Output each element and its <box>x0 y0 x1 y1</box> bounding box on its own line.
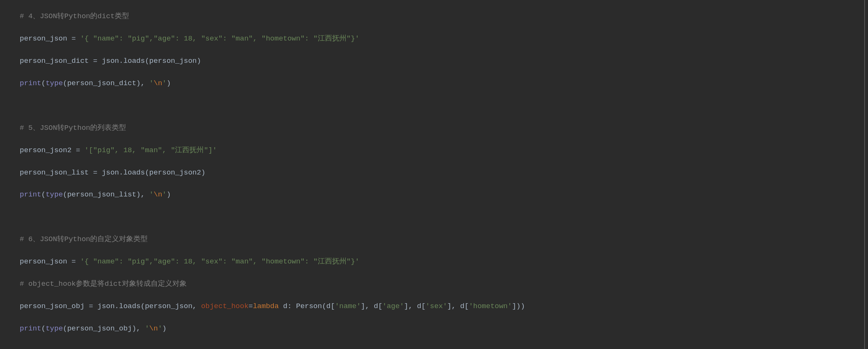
string-literal: 'age' <box>382 302 404 310</box>
code-text: person_json_dict = json.loads(person_jso… <box>20 57 201 65</box>
keyword-lambda: lambda <box>253 302 283 310</box>
blank-line <box>20 100 864 111</box>
escape-seq: \n <box>153 79 162 87</box>
blank-line <box>20 212 864 223</box>
code-text: ) <box>167 79 171 87</box>
code-text: d: Person(d[ <box>283 302 335 310</box>
comment-line: # 4、JSON转Python的dict类型 <box>20 12 129 20</box>
comment-line: # 5、JSON转Python的列表类型 <box>20 124 126 132</box>
escape-seq: \n <box>149 324 158 333</box>
code-text: person_json = <box>20 34 80 43</box>
code-text: person_json_obj = json.loads(person_json… <box>20 302 201 310</box>
string-literal: '{ "name": "pig","age": 18, "sex": "man"… <box>80 257 359 266</box>
comment-line: # object_hook参数是将dict对象转成自定义对象 <box>20 280 187 288</box>
builtin-type: type <box>45 324 63 333</box>
builtin-type: type <box>45 190 63 199</box>
code-text: ], d[ <box>447 302 469 310</box>
code-text: ) <box>162 324 166 333</box>
code-text: ], d[ <box>404 302 426 310</box>
escape-seq: \n <box>153 190 162 199</box>
string-literal: ' <box>162 79 166 87</box>
string-literal: ' <box>149 79 153 87</box>
code-text: (person_json_dict), <box>63 79 149 87</box>
code-text: (person_json_list), <box>63 190 149 199</box>
string-literal: '{ "name": "pig","age": 18, "sex": "man"… <box>80 34 359 43</box>
code-text: = <box>248 302 253 310</box>
code-text: person_json = <box>20 257 80 266</box>
string-literal: 'name' <box>335 302 361 310</box>
builtin-type: type <box>45 79 63 87</box>
code-text: ( <box>41 190 45 199</box>
string-literal: ' <box>149 190 153 199</box>
string-literal: '["pig", 18, "man", "江西抚州"]' <box>84 146 217 154</box>
string-literal: ' <box>162 190 166 199</box>
blank-line <box>20 346 864 349</box>
code-text: ( <box>41 324 45 333</box>
builtin-print: print <box>20 79 41 87</box>
kwarg-name: object_hook <box>201 302 248 310</box>
builtin-print: print <box>20 324 41 333</box>
builtin-print: print <box>20 190 41 199</box>
code-text: person_json2 = <box>20 146 84 154</box>
string-literal: 'hometown' <box>469 302 512 310</box>
code-editor[interactable]: # 4、JSON转Python的dict类型 person_json = '{ … <box>0 0 865 349</box>
comment-line: # 6、JSON转Python的自定义对象类型 <box>20 235 148 243</box>
string-literal: ' <box>145 324 149 333</box>
string-literal: ' <box>158 324 162 333</box>
code-text: person_json_list = json.loads(person_jso… <box>20 168 205 177</box>
code-text: ], d[ <box>361 302 382 310</box>
string-literal: 'sex' <box>426 302 447 310</box>
code-text: ) <box>167 190 171 199</box>
code-text: ( <box>41 79 45 87</box>
code-text: (person_json_obj), <box>63 324 145 333</box>
code-text: ])) <box>512 302 525 310</box>
